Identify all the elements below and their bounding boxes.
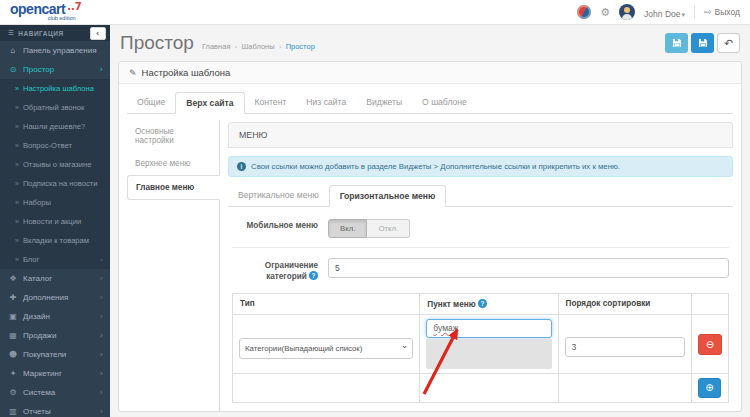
sidebar-subitem-news[interactable]: » Новости и акции [0, 212, 110, 231]
sidebar-item-customers[interactable]: ☻ Покупатели › [0, 345, 110, 364]
floppy-icon [698, 38, 708, 48]
autocomplete-dropdown[interactable] [426, 339, 551, 369]
sidebar-subitem-label: Отзывы о магазине [23, 160, 92, 169]
bullet-icon: » [15, 85, 19, 92]
top-header: opencart ..7 club edition ⚙ John Doe▾ ⇨ … [0, 0, 750, 25]
tab-horizontal-menu[interactable]: Горизонтальное меню [329, 185, 447, 207]
help-icon[interactable] [309, 271, 318, 280]
bullet-icon: » [15, 237, 19, 244]
bullet-icon: » [15, 123, 19, 130]
mobile-menu-toggle: Вкл. Откл. [328, 219, 410, 238]
user-menu[interactable]: John Doe▾ [644, 3, 685, 21]
bullet-icon: » [15, 256, 19, 263]
logout-label: Выход [715, 7, 740, 17]
delete-row-button[interactable]: ⊖ [698, 334, 722, 355]
prostor-icon: ⊙ [8, 65, 18, 74]
sort-order-input[interactable] [565, 337, 685, 357]
tab-general[interactable]: Общие [127, 92, 175, 114]
add-row-button[interactable]: ⊕ [698, 378, 721, 398]
logout-button[interactable]: ⇨ Выход [704, 7, 740, 17]
tab-content[interactable]: Контент [245, 92, 297, 114]
save-button[interactable] [691, 33, 714, 53]
main-tabs: Общие Верх сайта Контент Низ сайта Видже… [127, 92, 733, 114]
sidebar-item-marketing[interactable]: ✦ Маркетинг › [0, 364, 110, 383]
sidebar-item-sales[interactable]: ▦ Продажи › [0, 326, 110, 345]
sidebar-collapse-button[interactable]: ‹ [90, 27, 106, 40]
back-button[interactable]: ↶ [717, 33, 740, 53]
divider [694, 5, 695, 19]
floppy-icon [672, 38, 682, 48]
sidebar-subitem-found-cheaper[interactable]: » Нашли дешевле? [0, 117, 110, 136]
help-icon[interactable] [478, 299, 487, 308]
sidebar-item-dashboard[interactable]: ⌂ Панель управления [0, 41, 110, 60]
sidebar-item-label: Продажи [23, 331, 56, 340]
share-icon: ✦ [8, 369, 18, 378]
sidebar-nav-header: ☰ НАВИГАЦИЯ ‹ [0, 25, 110, 41]
sidebar-subitem-callback[interactable]: » Обратный звонок [0, 98, 110, 117]
column-header-sort-order: Порядок сортировки [558, 293, 691, 314]
menu-item-input[interactable]: бумаж [426, 319, 551, 338]
sidebar-subitem-label: Настройка шаблона [23, 84, 94, 93]
info-icon: i [237, 162, 246, 171]
info-alert: i Свои ссылки можно добавить в разделе В… [228, 156, 733, 177]
sidebar-item-prostor[interactable]: ⊙ Простор › [0, 60, 110, 79]
page-header: Простор Главная › Шаблоны › Простор [110, 25, 750, 61]
panel-title: Настройка шаблона [142, 67, 231, 78]
sidebar-subitem-label: Наборы [23, 198, 51, 207]
breadcrumb-templates[interactable]: Шаблоны [241, 42, 274, 51]
side-tab-top-menu[interactable]: Верхнее меню [127, 152, 220, 175]
sidebar-item-design[interactable]: ▣ Дизайн › [0, 307, 110, 326]
store-icon[interactable] [577, 5, 591, 19]
sidebar-subitem-product-tabs[interactable]: » Вкладки к товарам [0, 231, 110, 250]
design-icon: ▣ [8, 312, 18, 321]
tab-site-bottom[interactable]: Низ сайта [296, 92, 356, 114]
toggle-off-button[interactable]: Откл. [367, 219, 410, 238]
column-header-type: Тип [233, 293, 420, 314]
tab-about[interactable]: О шаблоне [412, 92, 477, 114]
sidebar-subitem-blog[interactable]: » Блог › [0, 250, 110, 269]
sidebar-item-system[interactable]: ⚙ Система › [0, 383, 110, 402]
pencil-icon: ✎ [129, 68, 137, 78]
chevron-down-icon: ▾ [682, 11, 686, 19]
sidebar-item-label: Покупатели [23, 350, 66, 359]
tab-widgets[interactable]: Виджеты [356, 92, 412, 114]
alert-text: Свои ссылки можно добавить в разделе Вид… [251, 162, 620, 171]
sidebar-subitem-store-reviews[interactable]: » Отзывы о магазине [0, 155, 110, 174]
divider [232, 247, 729, 248]
brand-edition: club edition [48, 16, 76, 22]
bullet-icon: » [15, 199, 19, 206]
opencart-logo[interactable]: opencart ..7 club edition [10, 2, 76, 22]
sidebar-subitem-sets[interactable]: » Наборы [0, 193, 110, 212]
sidebar-item-catalog[interactable]: ❖ Каталог › [0, 269, 110, 288]
avatar[interactable] [619, 4, 635, 20]
sidebar-item-extensions[interactable]: ✚ Дополнения › [0, 288, 110, 307]
category-limit-label: Ограничение категорий [232, 257, 328, 283]
extensions-icon: ✚ [8, 293, 18, 302]
type-select[interactable]: Категории(Выпадающий список) [239, 338, 413, 359]
sidebar-item-label: Система [23, 388, 55, 397]
breadcrumb-current[interactable]: Простор [286, 42, 315, 51]
section-title: МЕНЮ [228, 122, 733, 148]
sidebar-subitem-newsletter[interactable]: » Подписка на новости [0, 174, 110, 193]
sidebar-subitem-template-settings[interactable]: » Настройка шаблона [0, 79, 110, 98]
sidebar-item-label: Панель управления [23, 46, 97, 55]
menu-items-table: Тип Пункт меню Порядок сортировки [232, 293, 729, 403]
toggle-on-button[interactable]: Вкл. [328, 219, 367, 238]
sidebar-item-label: Маркетинг [23, 369, 62, 378]
user-name: John Doe [644, 9, 680, 19]
tab-site-top[interactable]: Верх сайта [175, 92, 244, 114]
chevron-right-icon: › [100, 331, 103, 340]
category-limit-input[interactable] [328, 258, 729, 278]
tab-vertical-menu[interactable]: Вертикальное меню [228, 185, 329, 207]
sidebar-subitem-faq[interactable]: » Вопрос-Ответ [0, 136, 110, 155]
sidebar-subitem-label: Новости и акции [23, 217, 81, 226]
panel-heading: ✎ Настройка шаблона [119, 62, 741, 84]
breadcrumb-home[interactable]: Главная [202, 42, 231, 51]
side-tab-main-menu[interactable]: Главное меню [127, 175, 220, 200]
save-stay-button[interactable] [665, 33, 688, 53]
gear-icon[interactable]: ⚙ [600, 6, 610, 19]
side-tab-basic-settings[interactable]: Основные настройки [127, 120, 220, 152]
sidebar-item-reports[interactable]: ▥ Отчеты › [0, 402, 110, 417]
hamburger-icon: ☰ [8, 29, 14, 37]
sidebar-subitem-label: Вкладки к товарам [23, 236, 89, 245]
